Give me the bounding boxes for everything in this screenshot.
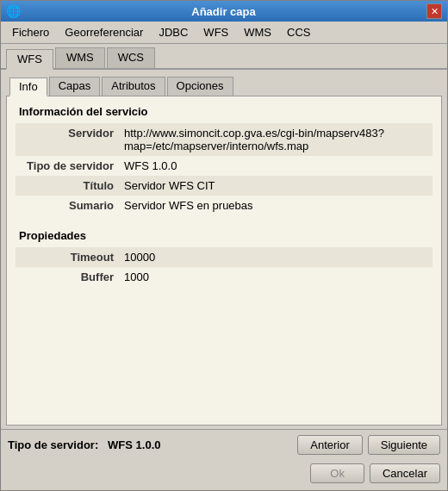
tab-wfs[interactable]: WFS [6, 49, 53, 70]
title-bar: 🌐 Añadir capa ✕ [1, 1, 447, 22]
table-row: Sumario Servidor WFS en pruebas [16, 196, 432, 215]
table-row: Tipo de servidor WFS 1.0.0 [16, 156, 432, 176]
close-button[interactable]: ✕ [426, 3, 442, 19]
table-row: Título Servidor WFS CIT [16, 176, 432, 196]
menu-jdbc[interactable]: JDBC [151, 23, 196, 41]
navigation-buttons: Anterior Siguiente [297, 435, 440, 455]
cancel-button[interactable]: Cancelar [370, 463, 440, 483]
menu-georreferenciar[interactable]: Georreferenciar [57, 23, 151, 41]
window-title: Añadir capa [21, 5, 426, 18]
status-value: WFS 1.0.0 [108, 438, 160, 451]
main-window: 🌐 Añadir capa ✕ Fichero Georreferenciar … [0, 0, 448, 491]
properties-section: Propiedades Timeout 10000 Buffer 1000 [16, 229, 432, 287]
status-label: Tipo de servidor: [8, 438, 98, 451]
bottom-status-bar: Tipo de servidor: WFS 1.0.0 Anterior Sig… [1, 429, 447, 460]
properties-table: Timeout 10000 Buffer 1000 [16, 247, 432, 287]
buffer-label: Buffer [16, 267, 119, 287]
table-row: Buffer 1000 [16, 267, 432, 287]
sumario-value: Servidor WFS en pruebas [119, 196, 432, 215]
footer-button-bar: Ok Cancelar [1, 460, 447, 490]
status-text: Tipo de servidor: WFS 1.0.0 [8, 438, 297, 451]
tab-atributos[interactable]: Atributos [102, 77, 165, 96]
menu-wfs[interactable]: WFS [196, 23, 236, 41]
menu-wms[interactable]: WMS [236, 23, 279, 41]
window-icon: 🌐 [6, 4, 21, 18]
inner-tab-bar: Info Capas Atributos Opciones [1, 73, 447, 96]
tipo-servidor-value: WFS 1.0.0 [119, 156, 432, 176]
tipo-servidor-label: Tipo de servidor [16, 156, 119, 176]
service-info-section: Información del servicio Servidor http:/… [16, 105, 432, 215]
table-row: Servidor http://www.simoncit.cop.gva.es/… [16, 123, 432, 156]
menu-fichero[interactable]: Fichero [4, 23, 57, 41]
tab-wms[interactable]: WMS [55, 47, 105, 68]
tab-wcs[interactable]: WCS [107, 47, 155, 68]
servidor-label: Servidor [16, 123, 119, 156]
buffer-value: 1000 [119, 267, 432, 287]
timeout-label: Timeout [16, 247, 119, 267]
tab-info[interactable]: Info [9, 78, 47, 96]
titulo-label: Título [16, 176, 119, 196]
menu-wcs[interactable]: CCS [279, 23, 318, 41]
menu-bar: Fichero Georreferenciar JDBC WFS WMS CCS [1, 22, 447, 44]
ok-button[interactable]: Ok [310, 463, 364, 483]
top-tab-bar: WFS WMS WCS [1, 44, 447, 70]
tab-capas[interactable]: Capas [49, 77, 101, 96]
siguiente-button[interactable]: Siguiente [368, 435, 440, 455]
servidor-value: http://www.simoncit.cop.gva.es/cgi-bin/m… [119, 123, 432, 156]
table-row: Timeout 10000 [16, 247, 432, 267]
tab-opciones[interactable]: Opciones [167, 77, 233, 96]
titulo-value: Servidor WFS CIT [119, 176, 432, 196]
service-info-table: Servidor http://www.simoncit.cop.gva.es/… [16, 123, 432, 215]
service-info-title: Información del servicio [16, 105, 432, 118]
sumario-label: Sumario [16, 196, 119, 215]
anterior-button[interactable]: Anterior [297, 435, 363, 455]
content-area: Información del servicio Servidor http:/… [6, 96, 442, 426]
timeout-value: 10000 [119, 247, 432, 267]
properties-title: Propiedades [16, 229, 432, 242]
